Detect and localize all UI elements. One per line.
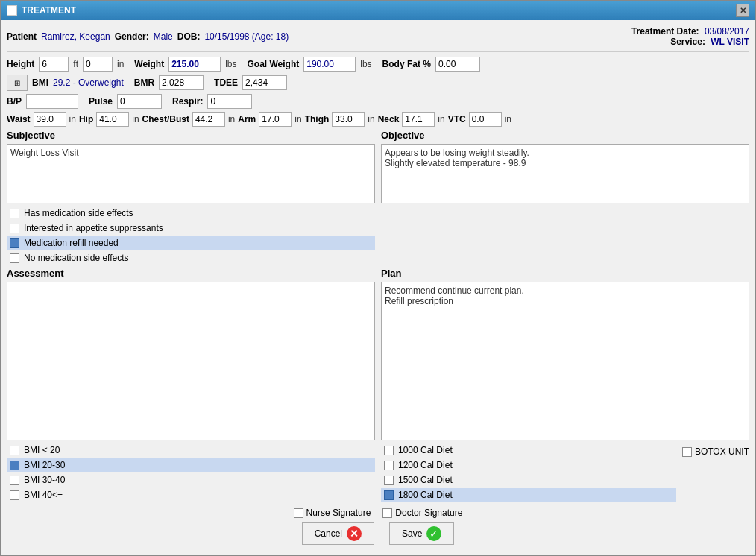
subj-check-2-label: Interested in appetite suppressants xyxy=(24,223,163,233)
plan-check-2: 1200 Cal Diet xyxy=(381,458,676,472)
subj-check-4-box[interactable] xyxy=(10,253,19,263)
main-content: Patient Ramirez, Keegan Gender: Male DOB… xyxy=(1,20,755,555)
height-ft-unit: ft xyxy=(73,59,78,69)
height-in-input[interactable] xyxy=(83,57,113,72)
subj-check-3: Medication refill needed xyxy=(7,236,375,250)
height-label: Height xyxy=(7,59,34,69)
patient-name: Ramirez, Keegan xyxy=(41,31,110,42)
vtc-input[interactable] xyxy=(469,112,502,127)
header-right: Treatment Date: 03/08/2017 Service: WL V… xyxy=(631,26,749,47)
window-icon: 🖥 xyxy=(7,5,17,16)
botox-item: BOTOX UNIT xyxy=(682,446,749,457)
treatment-date-label: Treatment Date: xyxy=(631,26,699,37)
tdee-label: TDEE xyxy=(214,78,238,88)
save-icon: ✓ xyxy=(426,526,441,541)
subj-check-4-label: No medication side effects xyxy=(24,253,129,263)
respir-input[interactable] xyxy=(207,94,252,109)
thigh-unit: in xyxy=(368,114,374,124)
subj-check-1: Has medication side effects xyxy=(7,206,375,220)
patient-gender: Male xyxy=(154,31,173,42)
botox-checkbox[interactable] xyxy=(682,447,692,457)
service-label: Service: xyxy=(670,37,705,47)
tdee-input[interactable] xyxy=(242,75,287,90)
subj-check-2: Interested in appetite suppressants xyxy=(7,221,375,235)
weight-input[interactable] xyxy=(168,57,221,72)
save-button[interactable]: Save ✓ xyxy=(389,522,454,545)
subjective-checkbox-list: Has medication side effects Interested i… xyxy=(7,206,375,265)
window-title: TREATMENT xyxy=(22,5,731,16)
assess-check-3-box[interactable] xyxy=(10,476,19,485)
arm-input[interactable] xyxy=(259,112,292,127)
assess-check-1-label: BMI < 20 xyxy=(24,445,60,455)
assess-check-4-box[interactable] xyxy=(10,490,19,500)
chest-label: Chest/Bust xyxy=(142,114,189,124)
doctor-sig-checkbox[interactable] xyxy=(382,508,392,518)
height-ft-input[interactable] xyxy=(39,57,69,72)
objective-textarea[interactable]: Appears to be losing weight steadily. Sl… xyxy=(381,144,749,203)
subj-check-1-box[interactable] xyxy=(10,209,19,218)
treatment-date-row: Treatment Date: 03/08/2017 xyxy=(631,26,749,37)
bmr-label: BMR xyxy=(134,78,154,88)
bmi-button[interactable]: ⊞ xyxy=(7,75,28,91)
save-label: Save xyxy=(402,528,422,539)
plan-textarea[interactable]: Recommend continue current plan. Refill … xyxy=(381,282,749,440)
respir-label: Respir: xyxy=(172,96,203,107)
plan-check-1-box[interactable] xyxy=(384,446,394,455)
goal-weight-input[interactable] xyxy=(303,57,356,72)
assessment-checkbox-list: BMI < 20 BMI 20-30 BMI 30-40 BMI 40<+ xyxy=(7,443,375,502)
hip-input[interactable] xyxy=(96,112,129,127)
goal-weight-label: Goal Weight xyxy=(247,59,299,69)
main-window: 🖥 TREATMENT ✕ Patient Ramirez, Keegan Ge… xyxy=(0,0,756,556)
subj-check-2-box[interactable] xyxy=(10,224,19,233)
plan-check-4-box[interactable] xyxy=(384,490,394,500)
vtc-label: VTC xyxy=(448,114,466,124)
treatment-date-value: 03/08/2017 xyxy=(705,26,749,37)
assess-check-2: BMI 20-30 xyxy=(7,458,375,472)
pulse-input[interactable] xyxy=(117,94,162,109)
doctor-sig-item: Doctor Signature xyxy=(382,508,462,518)
bmi-value: 29.2 - Overweight xyxy=(53,78,124,88)
waist-input[interactable] xyxy=(34,112,66,127)
plan-check-3: 1500 Cal Diet xyxy=(381,473,676,487)
subj-check-3-box[interactable] xyxy=(10,238,19,248)
assessment-textarea[interactable] xyxy=(7,282,375,440)
subj-check-3-label: Medication refill needed xyxy=(24,238,119,248)
thigh-input[interactable] xyxy=(332,112,365,127)
plan-check-3-box[interactable] xyxy=(384,476,394,485)
plan-checkbox-list: 1000 Cal Diet 1200 Cal Diet 1500 Cal Die… xyxy=(381,443,676,502)
objective-title: Objective xyxy=(381,130,749,141)
assess-check-4-label: BMI 40<+ xyxy=(24,490,63,500)
neck-input[interactable] xyxy=(402,112,435,127)
nurse-sig-checkbox[interactable] xyxy=(294,508,303,518)
bmr-input[interactable] xyxy=(159,75,204,90)
subjective-textarea[interactable]: Weight Loss Visit xyxy=(7,144,375,203)
assess-check-2-label: BMI 20-30 xyxy=(24,460,65,470)
measurements-row: Waist in Hip in Chest/Bust in Arm in Thi… xyxy=(7,112,749,127)
bmi-row: ⊞ BMI 29.2 - Overweight BMR TDEE xyxy=(7,75,749,91)
body-fat-input[interactable] xyxy=(435,57,480,72)
assess-check-3: BMI 30-40 xyxy=(7,473,375,487)
cancel-icon: ✕ xyxy=(347,526,362,541)
waist-label: Waist xyxy=(7,114,31,124)
assess-check-2-box[interactable] xyxy=(10,461,19,470)
chest-unit: in xyxy=(228,114,235,124)
nurse-sig-label: Nurse Signature xyxy=(306,508,371,518)
chest-input[interactable] xyxy=(192,112,225,127)
plan-check-3-label: 1500 Cal Diet xyxy=(398,475,453,485)
assess-check-3-label: BMI 30-40 xyxy=(24,475,65,485)
hw-row: Height ft in Weight lbs Goal Weight lbs … xyxy=(7,57,749,72)
close-button[interactable]: ✕ xyxy=(736,4,749,17)
plan-check-1: 1000 Cal Diet xyxy=(381,443,676,457)
title-bar: 🖥 TREATMENT ✕ xyxy=(1,1,755,20)
assess-check-1-box[interactable] xyxy=(10,446,19,455)
bp-input[interactable] xyxy=(26,94,78,109)
arm-unit: in xyxy=(294,114,301,124)
plan-check-2-box[interactable] xyxy=(384,461,394,470)
patient-dob: 10/15/1998 (Age: 18) xyxy=(204,31,289,42)
subj-check-1-label: Has medication side effects xyxy=(24,208,133,218)
button-row: Cancel ✕ Save ✓ xyxy=(7,518,749,549)
objective-section: Objective Appears to be losing weight st… xyxy=(381,130,749,265)
patient-row: Patient Ramirez, Keegan Gender: Male DOB… xyxy=(7,26,749,47)
bp-label: B/P xyxy=(7,96,22,107)
cancel-button[interactable]: Cancel ✕ xyxy=(302,522,374,545)
